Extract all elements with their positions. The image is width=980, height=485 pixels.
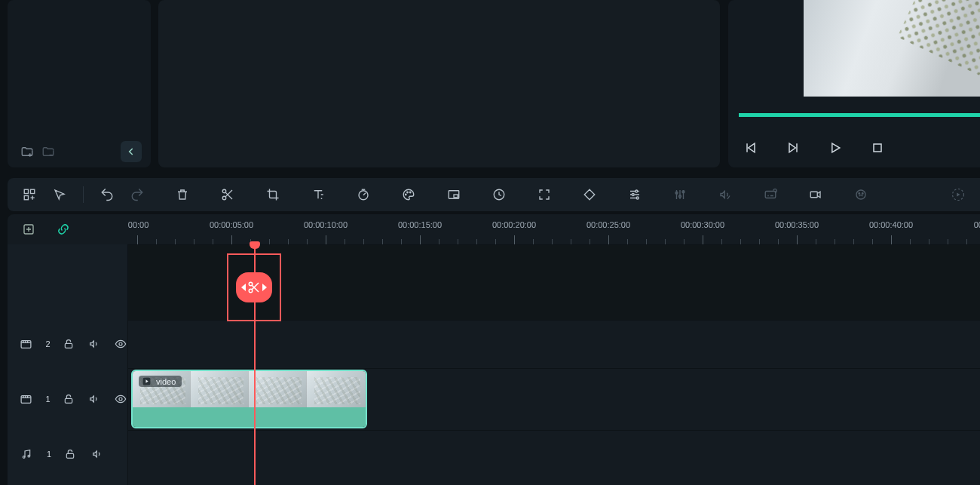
clip-audio-waveform (133, 407, 366, 427)
preview-thumbnail (804, 0, 980, 97)
expand-right-icon (262, 284, 267, 291)
svg-rect-33 (65, 343, 72, 348)
svg-point-37 (119, 398, 122, 401)
record-icon[interactable] (803, 182, 828, 207)
svg-rect-8 (24, 196, 28, 200)
svg-rect-35 (21, 395, 31, 403)
svg-point-20 (636, 197, 639, 199)
ruler-label: 00:00:25:00 (586, 220, 630, 229)
media-panel (8, 0, 151, 167)
svg-point-27 (859, 193, 860, 195)
svg-point-10 (222, 196, 226, 200)
track-visibility-icon[interactable] (113, 391, 128, 407)
pip-icon[interactable] (441, 182, 467, 207)
svg-marker-0 (749, 143, 755, 152)
svg-marker-2 (789, 143, 795, 152)
ruler-label: 00:00:05:00 (210, 220, 253, 229)
templates-icon[interactable] (17, 182, 42, 207)
timeline-header-controls (8, 214, 128, 244)
new-folder-icon[interactable] (17, 141, 38, 162)
link-tracks-icon[interactable] (53, 219, 74, 240)
track-audio-1: 1 (8, 430, 980, 478)
svg-marker-30 (957, 193, 960, 197)
track-index-label: 1 (47, 450, 51, 459)
speed-icon[interactable] (351, 182, 376, 207)
render-preview-icon[interactable] (945, 182, 971, 207)
ruler-label: 00:00:35:00 (775, 220, 819, 229)
track-index-label: 2 (45, 339, 50, 348)
svg-point-28 (862, 193, 864, 195)
svg-point-34 (119, 342, 122, 345)
preview-progress[interactable] (739, 113, 980, 117)
track-video-1: 1 video (8, 368, 980, 430)
svg-point-43 (249, 282, 253, 286)
top-area (0, 0, 980, 172)
ruler-label: 00:00:30:00 (681, 220, 724, 229)
track-mute-icon[interactable] (87, 336, 102, 352)
center-panel (158, 0, 720, 167)
svg-point-19 (632, 194, 634, 196)
color-icon[interactable] (396, 182, 421, 207)
svg-rect-42 (66, 453, 73, 458)
select-tool-icon[interactable] (47, 182, 72, 207)
ai-tools-icon[interactable] (848, 182, 874, 207)
crop-icon[interactable] (260, 182, 286, 207)
text-icon[interactable] (305, 182, 331, 207)
fit-icon[interactable] (531, 182, 557, 207)
svg-point-41 (28, 455, 30, 457)
split-icon[interactable] (215, 182, 240, 207)
ruler-label: 00:00:40:00 (869, 220, 913, 229)
clip-label: video (139, 376, 182, 387)
preview-panel (728, 0, 980, 167)
step-back-button[interactable] (739, 136, 763, 160)
time-ruler[interactable]: :00:0000:00:05:0000:00:10:0000:00:15:000… (128, 214, 980, 244)
step-forward-button[interactable] (781, 136, 805, 160)
keyframe-icon[interactable] (577, 182, 602, 207)
audio-mixer-icon[interactable] (667, 182, 693, 207)
toolbar-separator (83, 186, 84, 203)
collapse-panel-button[interactable] (121, 141, 142, 162)
ruler-label: 00:00:15:00 (398, 220, 442, 229)
delete-icon[interactable] (170, 182, 195, 207)
video-clip[interactable]: video (131, 370, 367, 428)
track-mute-icon[interactable] (87, 391, 102, 407)
track-lock-icon[interactable] (62, 446, 78, 462)
svg-point-40 (23, 456, 25, 459)
track-type-video-icon (18, 391, 33, 407)
undo-icon[interactable] (94, 182, 120, 207)
subtitle-icon[interactable] (758, 182, 783, 207)
split-button[interactable] (236, 272, 272, 302)
svg-point-9 (222, 189, 226, 193)
spacer-lane (8, 244, 980, 320)
track-mute-icon[interactable] (89, 446, 106, 462)
ruler-label: 00:00:10:00 (304, 220, 348, 229)
track-visibility-icon[interactable] (113, 336, 128, 352)
svg-rect-6 (24, 189, 28, 193)
delete-folder-icon[interactable] (38, 141, 59, 162)
track-type-video-icon (18, 336, 33, 352)
svg-rect-32 (21, 340, 31, 348)
svg-point-18 (635, 190, 638, 192)
track-index-label: 1 (45, 394, 50, 404)
add-marker-icon[interactable] (18, 219, 39, 240)
svg-point-44 (249, 289, 253, 293)
ruler-label: :00:00 (128, 220, 149, 229)
clip-label-text: video (156, 377, 176, 386)
timeline-toolbar (8, 178, 980, 211)
track-lock-icon[interactable] (61, 336, 76, 352)
svg-rect-25 (810, 192, 817, 198)
svg-point-13 (407, 192, 409, 193)
adjust-icon[interactable] (622, 182, 648, 207)
stop-button[interactable] (865, 136, 890, 160)
speed-ramp-icon[interactable] (486, 182, 512, 207)
svg-rect-36 (65, 398, 72, 403)
audio-ducking-icon[interactable] (712, 182, 738, 207)
media-panel-footer (8, 136, 151, 167)
track-lock-icon[interactable] (61, 391, 76, 407)
redo-icon[interactable] (124, 182, 150, 207)
play-button[interactable] (823, 136, 847, 160)
scissors-icon (247, 281, 261, 294)
track-type-audio-icon (18, 446, 35, 462)
playhead-handle[interactable] (250, 241, 260, 249)
track-video-2: 2 (8, 320, 980, 368)
